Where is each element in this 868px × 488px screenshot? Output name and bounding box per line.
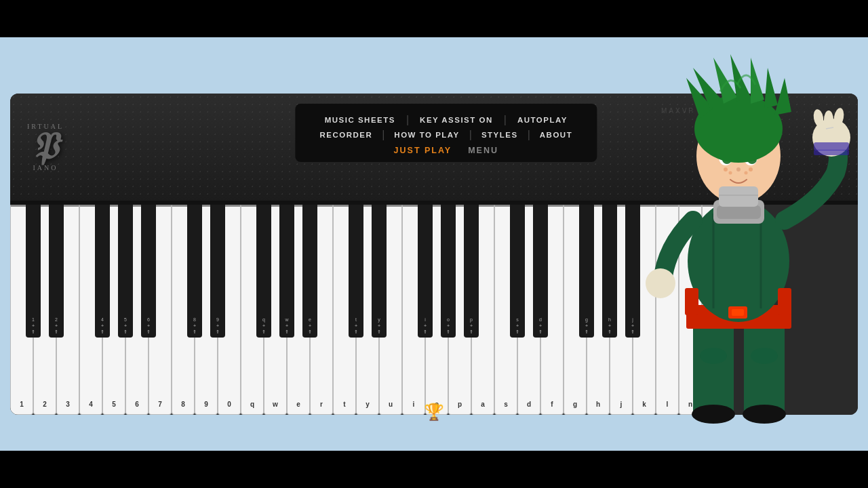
white-key-label-e: e <box>296 400 300 409</box>
white-key-label-h: h <box>596 400 600 409</box>
svg-point-20 <box>745 171 748 175</box>
black-key-t[interactable]: t+⇑ <box>349 205 363 338</box>
nav-row-2: RECORDER | HOW TO PLAY | STYLES | ABOUT <box>310 128 582 142</box>
white-key-label-u: u <box>389 400 393 409</box>
svg-marker-36 <box>764 68 778 108</box>
svg-rect-39 <box>778 288 791 315</box>
black-key-i[interactable]: i+⇑ <box>418 205 433 338</box>
white-key-label-p: p <box>458 400 462 409</box>
white-key-label-2: 2 <box>43 400 47 409</box>
nav-key-assist[interactable]: KEY ASSIST ON <box>409 113 504 127</box>
white-key-label-4: 4 <box>89 400 93 409</box>
black-key-w[interactable]: w+⇑ <box>279 205 294 338</box>
nav-music-sheets[interactable]: MUSIC SHEETS <box>314 113 406 127</box>
svg-rect-1 <box>744 322 785 417</box>
logo-vp: 𝔓 <box>27 130 64 164</box>
nav-autoplay[interactable]: AUTOPLAY <box>507 113 578 127</box>
black-key-2[interactable]: 2+⇑ <box>49 205 64 338</box>
black-key-s[interactable]: s+⇑ <box>510 205 525 338</box>
white-key-label-t: t <box>343 400 345 409</box>
white-key-label-8: 8 <box>181 400 185 409</box>
black-key-d[interactable]: d+⇑ <box>533 205 548 338</box>
nav-recorder[interactable]: RECORDER <box>310 128 382 142</box>
white-key-label-s: s <box>504 400 508 409</box>
black-key-5[interactable]: 5+⇑ <box>118 205 133 338</box>
nav-how-to-play[interactable]: HOW TO PLAY <box>384 128 469 142</box>
white-key-label-1: 1 <box>20 400 24 409</box>
white-key-label-3: 3 <box>66 400 70 409</box>
just-play-button[interactable]: JUST PLAY <box>394 146 452 155</box>
nav-about[interactable]: ABOUT <box>530 128 582 142</box>
svg-point-18 <box>729 171 732 175</box>
black-key-8[interactable]: 8+⇑ <box>187 205 202 338</box>
black-key-g[interactable]: g+⇑ <box>579 205 594 338</box>
white-key-label-5: 5 <box>112 400 116 409</box>
white-key-label-w: w <box>273 400 278 409</box>
black-key-q[interactable]: q+⇑ <box>256 205 271 338</box>
trophy-container: 🏆 <box>424 403 444 422</box>
black-key-h[interactable]: h+⇑ <box>602 205 617 338</box>
menu-button[interactable]: MENU <box>468 146 498 155</box>
white-key-label-g: g <box>573 400 577 409</box>
nav-styles[interactable]: STYLES <box>472 128 528 142</box>
svg-point-15 <box>646 268 675 298</box>
white-key-label-r: r <box>320 400 323 409</box>
white-key-label-7: 7 <box>158 400 162 409</box>
svg-rect-7 <box>717 205 761 219</box>
svg-rect-0 <box>693 322 734 417</box>
svg-point-17 <box>724 167 728 171</box>
svg-rect-14 <box>814 150 849 155</box>
svg-rect-41 <box>732 309 744 316</box>
black-key-6[interactable]: 6+⇑ <box>141 205 156 338</box>
white-key-label-0: 0 <box>227 400 231 409</box>
black-key-1[interactable]: 1+⇑ <box>26 205 41 338</box>
svg-point-43 <box>743 405 786 424</box>
svg-rect-46 <box>719 186 758 207</box>
svg-point-29 <box>736 167 741 171</box>
white-key-label-q: q <box>250 400 254 409</box>
white-key-label-6: 6 <box>135 400 139 409</box>
black-key-e[interactable]: e+⇑ <box>302 205 317 338</box>
white-key-label-9: 9 <box>204 400 208 409</box>
black-key-p[interactable]: p+⇑ <box>464 205 479 338</box>
black-key-y[interactable]: y+⇑ <box>372 205 387 338</box>
svg-point-42 <box>692 405 735 424</box>
nav-actions: JUST PLAY MENU <box>310 146 582 155</box>
white-key-label-j: j <box>620 400 623 409</box>
white-key-label-i: i <box>413 400 415 409</box>
svg-point-9 <box>824 110 833 129</box>
white-key-label-f: f <box>551 400 553 409</box>
svg-rect-13 <box>814 142 849 150</box>
black-key-o[interactable]: o+⇑ <box>441 205 456 338</box>
svg-rect-38 <box>685 288 698 315</box>
black-key-4[interactable]: 4+⇑ <box>95 205 110 338</box>
svg-point-44 <box>700 348 727 364</box>
anime-character <box>625 37 856 451</box>
svg-point-45 <box>751 348 778 364</box>
svg-marker-37 <box>774 78 791 115</box>
nav-box: MUSIC SHEETS | KEY ASSIST ON | AUTOPLAY … <box>295 104 597 162</box>
white-key-label-y: y <box>366 400 370 409</box>
nav-row-1: MUSIC SHEETS | KEY ASSIST ON | AUTOPLAY <box>310 113 582 127</box>
svg-point-19 <box>749 167 753 171</box>
white-key-label-d: d <box>527 400 531 409</box>
black-key-9[interactable]: 9+⇑ <box>210 205 225 338</box>
white-key-label-a: a <box>481 400 485 409</box>
logo-area: IRTUAL 𝔓 IANO <box>27 123 64 171</box>
